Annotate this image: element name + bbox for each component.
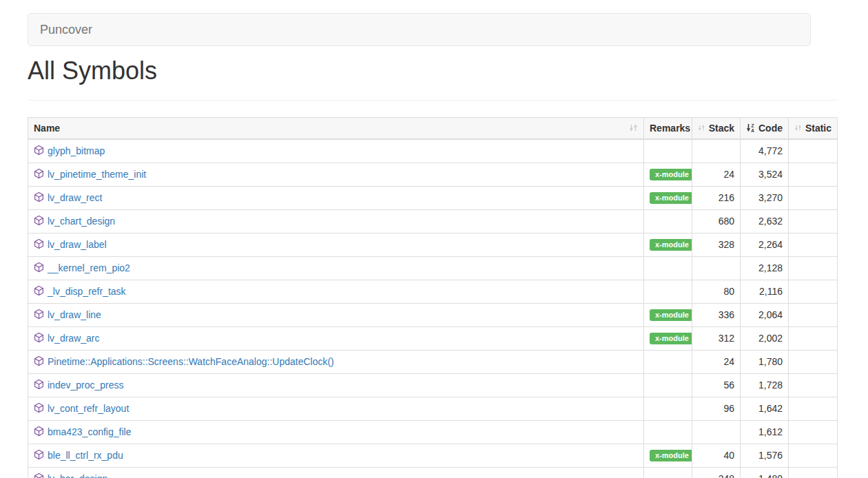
symbol-link[interactable]: lv_cont_refr_layout: [48, 403, 129, 414]
page-title: All Symbols: [28, 57, 837, 85]
cube-icon: [34, 449, 44, 462]
stack-cell: 24: [692, 163, 741, 186]
symbol-link[interactable]: lv_chart_design: [48, 216, 115, 227]
remark-badge: x-module: [650, 169, 692, 180]
static-cell: [789, 397, 838, 420]
name-cell: bma423_config_file: [28, 420, 644, 444]
static-cell: [789, 233, 838, 256]
name-cell: Pinetime::Applications::Screens::WatchFa…: [28, 350, 644, 373]
table-row: bma423_config_file 1,612: [28, 420, 838, 444]
static-cell: [789, 303, 838, 326]
remarks-cell: [644, 467, 692, 478]
code-cell: 1,728: [741, 373, 789, 397]
table-row: lv_pinetime_theme_init x-module 24 3,524: [28, 163, 838, 186]
stack-cell: [692, 139, 741, 163]
column-header-stack[interactable]: Stack: [692, 117, 741, 139]
table-row: __kernel_rem_pio2 2,128: [28, 256, 838, 280]
stack-cell: 80: [692, 280, 741, 303]
code-cell: 2,264: [741, 233, 789, 256]
remarks-cell: [644, 420, 692, 444]
code-cell: 1,480: [741, 467, 789, 478]
static-cell: [789, 139, 838, 163]
symbol-link[interactable]: indev_proc_press: [48, 380, 124, 391]
symbols-table-body: glyph_bitmap 4,772 lv_pinetime_theme_ini…: [28, 139, 838, 478]
static-cell: [789, 280, 838, 303]
table-header-row: Name Remarks Stack Code: [28, 117, 838, 139]
table-row: glyph_bitmap 4,772: [28, 139, 838, 163]
name-cell: lv_draw_label: [28, 233, 644, 256]
cube-icon: [34, 238, 44, 251]
code-cell: 2,632: [741, 209, 789, 233]
code-cell: 4,772: [741, 139, 789, 163]
static-cell: [789, 163, 838, 186]
static-cell: [789, 326, 838, 350]
remarks-cell: [644, 373, 692, 397]
remarks-cell: x-module: [644, 444, 692, 467]
cube-icon: [34, 472, 44, 478]
name-cell: lv_pinetime_theme_init: [28, 163, 644, 186]
remark-badge: x-module: [650, 239, 692, 251]
sort-arrows-icon: [698, 123, 705, 132]
cube-icon: [34, 309, 44, 322]
table-row: lv_draw_line x-module 336 2,064: [28, 303, 838, 326]
column-header-static[interactable]: Static: [789, 117, 838, 139]
stack-cell: 56: [692, 373, 741, 397]
code-cell: 3,270: [741, 186, 789, 209]
remarks-cell: [644, 209, 692, 233]
name-cell: lv_draw_rect: [28, 186, 644, 209]
table-row: _lv_disp_refr_task 80 2,116: [28, 280, 838, 303]
stack-cell: 680: [692, 209, 741, 233]
symbol-link[interactable]: __kernel_rem_pio2: [48, 262, 130, 273]
static-cell: [789, 467, 838, 478]
name-cell: lv_chart_design: [28, 209, 644, 233]
symbol-link[interactable]: lv_draw_label: [48, 239, 107, 250]
symbol-link[interactable]: bma423_config_file: [48, 426, 131, 437]
symbol-link[interactable]: lv_draw_rect: [48, 192, 102, 203]
symbol-link[interactable]: lv_draw_line: [48, 309, 101, 320]
table-row: lv_cont_refr_layout 96 1,642: [28, 397, 838, 420]
symbol-link[interactable]: lv_draw_arc: [48, 333, 99, 344]
sort-arrows-icon: [794, 123, 802, 132]
table-row: Pinetime::Applications::Screens::WatchFa…: [28, 350, 838, 373]
static-cell: [789, 186, 838, 209]
symbol-link[interactable]: _lv_disp_refr_task: [48, 286, 126, 297]
table-row: lv_bar_design 248 1,480: [28, 467, 838, 478]
cube-icon: [34, 332, 44, 345]
symbol-link[interactable]: Pinetime::Applications::Screens::WatchFa…: [48, 356, 334, 367]
symbol-link[interactable]: glyph_bitmap: [48, 145, 105, 156]
symbol-link[interactable]: ble_ll_ctrl_rx_pdu: [48, 450, 123, 461]
navbar-brand-link[interactable]: Puncover: [40, 23, 92, 37]
column-header-code[interactable]: Code: [741, 117, 789, 139]
remarks-cell: [644, 397, 692, 420]
remarks-cell: x-module: [644, 233, 692, 256]
table-row: lv_chart_design 680 2,632: [28, 209, 838, 233]
column-label: Remarks: [650, 123, 690, 134]
static-cell: [789, 350, 838, 373]
name-cell: indev_proc_press: [28, 373, 644, 397]
code-cell: 1,576: [741, 444, 789, 467]
sort-desc-za-icon: [746, 123, 755, 133]
remarks-cell: x-module: [644, 186, 692, 209]
column-header-remarks[interactable]: Remarks: [644, 117, 692, 139]
navbar: Puncover: [28, 13, 811, 46]
code-cell: 2,128: [741, 256, 789, 280]
column-label: Code: [758, 123, 783, 134]
remarks-cell: [644, 350, 692, 373]
code-cell: 1,642: [741, 397, 789, 420]
code-cell: 3,524: [741, 163, 789, 186]
remark-badge: x-module: [650, 309, 692, 321]
symbol-link[interactable]: lv_pinetime_theme_init: [48, 169, 146, 180]
cube-icon: [34, 285, 44, 298]
sort-arrows-icon: [629, 123, 638, 132]
cube-icon: [34, 402, 44, 415]
column-label: Stack: [709, 123, 734, 134]
stack-cell: 96: [692, 397, 741, 420]
stack-cell: [692, 256, 741, 280]
symbol-link[interactable]: lv_bar_design: [48, 473, 107, 478]
stack-cell: 328: [692, 233, 741, 256]
cube-icon: [34, 426, 44, 439]
symbols-table: Name Remarks Stack Code: [28, 117, 838, 478]
column-header-name[interactable]: Name: [28, 117, 644, 139]
name-cell: __kernel_rem_pio2: [28, 256, 644, 280]
code-cell: 2,116: [741, 280, 789, 303]
